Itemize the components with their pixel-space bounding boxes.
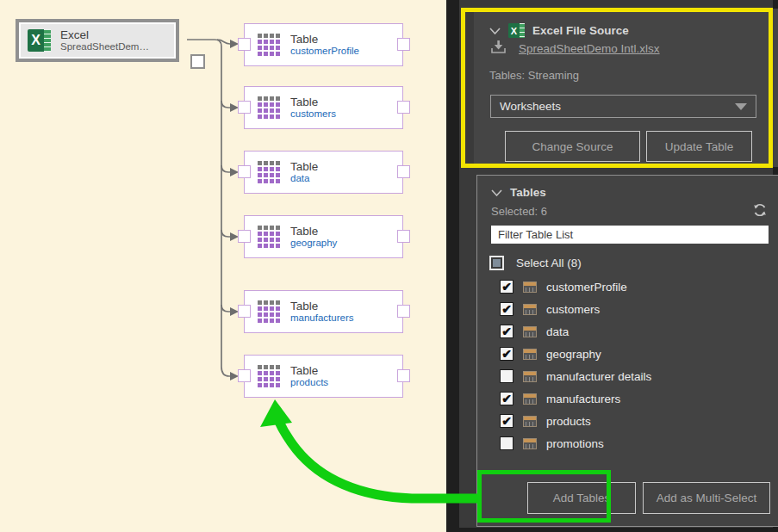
excel-icon: X xyxy=(508,23,525,38)
source-file-link[interactable]: SpreadSheetDemo Intl.xlsx xyxy=(519,42,660,55)
output-port[interactable] xyxy=(397,305,410,318)
table-item-label: products xyxy=(546,415,591,428)
chevron-down-icon[interactable] xyxy=(491,189,502,196)
checkbox[interactable]: ✔ xyxy=(500,302,513,316)
input-port[interactable] xyxy=(238,165,251,178)
checkbox[interactable]: ✔ xyxy=(500,325,513,338)
add-as-multi-select-button[interactable]: Add as Multi-Select xyxy=(643,482,770,514)
table-node-customerprofile[interactable]: TablecustomerProfile xyxy=(244,23,403,66)
sheet-icon xyxy=(523,371,537,382)
table-list-item[interactable]: ✔manufacturers xyxy=(500,387,758,410)
table-item-label: promotions xyxy=(546,437,604,450)
section-title: Tables xyxy=(510,186,546,199)
table-item-label: geography xyxy=(546,348,601,361)
table-icon xyxy=(258,34,281,57)
tables-mode-label: Tables: Streaming xyxy=(489,69,579,82)
checkbox[interactable]: ✔ xyxy=(500,436,513,450)
sheet-icon xyxy=(523,416,537,427)
select-all-row[interactable]: Select All (8) xyxy=(489,256,582,270)
change-source-button[interactable]: Change Source xyxy=(505,131,640,162)
properties-panel: X Excel File Source SpreadSheetDemo Intl… xyxy=(446,0,778,532)
node-type-label: Table xyxy=(290,225,337,238)
checkbox[interactable]: ✔ xyxy=(500,369,513,383)
output-port[interactable] xyxy=(397,38,410,51)
sheet-icon xyxy=(523,393,537,405)
node-table-name: customerProfile xyxy=(290,46,359,57)
node-table-name: data xyxy=(290,173,318,184)
dataflow-canvas[interactable]: X Excel SpreadSheetDem… TablecustomerPro… xyxy=(0,0,446,532)
node-table-name: customers xyxy=(290,108,336,120)
tables-section: Tables Selected: 6 Select All (8) ✔custo… xyxy=(476,175,778,527)
sheet-icon xyxy=(523,326,537,337)
excel-file-source-section: X Excel File Source SpreadSheetDemo Intl… xyxy=(474,9,778,167)
chevron-down-icon xyxy=(735,103,747,110)
table-list-item[interactable]: ✔manufacturer details xyxy=(500,365,758,387)
node-type-label: Table xyxy=(290,300,354,313)
table-list-item[interactable]: ✔data xyxy=(500,320,758,343)
download-icon[interactable] xyxy=(490,40,507,54)
table-node-geography[interactable]: Tablegeography xyxy=(244,215,403,258)
table-icon xyxy=(258,226,281,249)
node-table-name: manufacturers xyxy=(290,312,354,324)
checkbox[interactable]: ✔ xyxy=(500,347,513,361)
table-list-item[interactable]: ✔promotions xyxy=(500,432,758,455)
table-list-item[interactable]: ✔customerProfile xyxy=(500,275,758,298)
chevron-down-icon[interactable] xyxy=(489,28,501,34)
excel-icon: X xyxy=(28,29,51,52)
sheet-icon xyxy=(523,304,537,315)
node-type-label: Excel xyxy=(60,28,149,42)
output-port[interactable] xyxy=(397,369,410,382)
refresh-icon[interactable] xyxy=(752,202,768,218)
checkbox[interactable]: ✔ xyxy=(500,392,513,405)
excel-source-node[interactable]: X Excel SpreadSheetDem… xyxy=(16,19,179,62)
input-port[interactable] xyxy=(238,230,251,243)
connector-lines xyxy=(0,0,446,532)
add-tables-button[interactable]: Add Tables xyxy=(527,482,636,514)
node-table-name: geography xyxy=(290,238,337,249)
table-item-label: manufacturer details xyxy=(546,370,651,383)
filter-table-input[interactable] xyxy=(491,226,769,244)
sheet-icon xyxy=(523,281,537,293)
output-port[interactable] xyxy=(397,165,410,178)
table-list-item[interactable]: ✔products xyxy=(500,410,758,432)
node-type-label: Table xyxy=(290,364,328,378)
node-type-label: Table xyxy=(290,160,318,174)
update-table-button[interactable]: Update Table xyxy=(646,131,752,162)
input-port[interactable] xyxy=(238,101,251,114)
output-port[interactable] xyxy=(190,54,205,69)
output-port[interactable] xyxy=(397,101,410,114)
input-port[interactable] xyxy=(238,369,251,382)
sheet-icon xyxy=(523,438,537,449)
checkbox[interactable]: ✔ xyxy=(500,280,513,294)
table-icon xyxy=(258,300,281,324)
table-icon xyxy=(258,365,281,388)
table-list: ✔customerProfile ✔customers ✔data ✔geogr… xyxy=(500,275,758,455)
select-all-checkbox[interactable] xyxy=(489,256,504,270)
input-port[interactable] xyxy=(238,305,251,318)
node-table-name: products xyxy=(290,377,328,388)
table-node-products[interactable]: Tableproducts xyxy=(244,355,403,398)
select-all-label: Select All (8) xyxy=(516,257,582,269)
node-type-label: Table xyxy=(290,96,336,109)
table-item-label: manufacturers xyxy=(546,393,620,405)
worksheets-dropdown[interactable]: Worksheets xyxy=(490,95,756,118)
table-node-manufacturers[interactable]: Tablemanufacturers xyxy=(244,290,403,333)
output-port[interactable] xyxy=(397,230,410,243)
checkbox[interactable]: ✔ xyxy=(500,414,513,428)
table-item-label: customers xyxy=(546,303,600,316)
table-icon xyxy=(258,96,281,120)
node-file-name: SpreadSheetDem… xyxy=(60,41,149,53)
sheet-icon xyxy=(523,349,537,360)
section-title: Excel File Source xyxy=(532,24,629,37)
table-list-item[interactable]: ✔geography xyxy=(500,343,758,365)
table-item-label: data xyxy=(546,325,569,338)
dropdown-value: Worksheets xyxy=(500,100,561,113)
table-item-label: customerProfile xyxy=(546,281,627,294)
table-list-item[interactable]: ✔customers xyxy=(500,298,758,320)
panel-background: X Excel File Source SpreadSheetDemo Intl… xyxy=(459,0,773,528)
input-port[interactable] xyxy=(238,38,251,51)
table-icon xyxy=(258,161,281,184)
node-type-label: Table xyxy=(290,33,359,46)
table-node-customers[interactable]: Tablecustomers xyxy=(244,86,403,129)
table-node-data[interactable]: Tabledata xyxy=(244,151,403,194)
